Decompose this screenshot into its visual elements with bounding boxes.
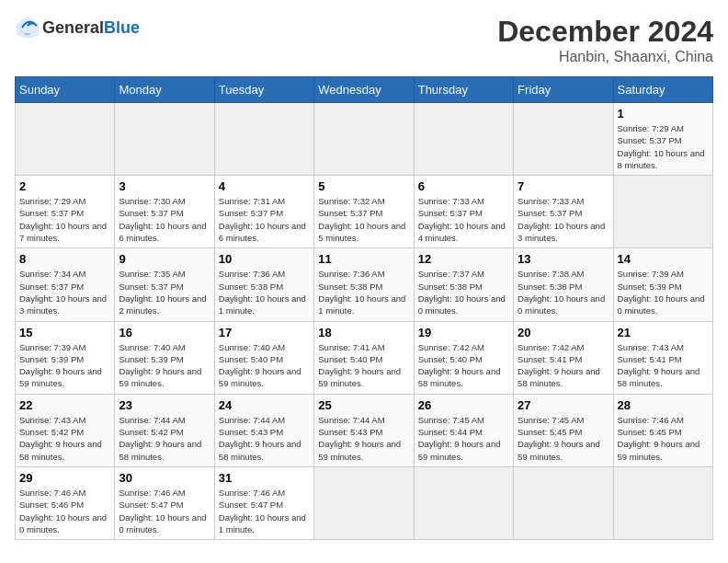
day-info: Sunrise: 7:44 AM Sunset: 5:43 PM Dayligh…: [318, 414, 409, 463]
calendar-cell: 2 Sunrise: 7:29 AM Sunset: 5:37 PM Dayli…: [16, 176, 115, 248]
day-number: 15: [19, 326, 110, 339]
header-day-friday: Friday: [514, 77, 613, 103]
day-info: Sunrise: 7:32 AM Sunset: 5:37 PM Dayligh…: [318, 195, 409, 244]
logo-icon: [15, 15, 40, 40]
logo-general: General: [42, 18, 104, 37]
day-info: Sunrise: 7:43 AM Sunset: 5:42 PM Dayligh…: [19, 414, 110, 463]
day-info: Sunrise: 7:34 AM Sunset: 5:37 PM Dayligh…: [19, 268, 110, 316]
calendar-cell: 5 Sunrise: 7:32 AM Sunset: 5:37 PM Dayli…: [314, 176, 414, 248]
logo: GeneralBlue: [15, 15, 140, 40]
day-info: Sunrise: 7:40 AM Sunset: 5:39 PM Dayligh…: [119, 341, 210, 390]
day-info: Sunrise: 7:35 AM Sunset: 5:37 PM Dayligh…: [119, 268, 210, 316]
calendar-week-1: 2 Sunrise: 7:29 AM Sunset: 5:37 PM Dayli…: [16, 176, 713, 248]
calendar-cell: 7 Sunrise: 7:33 AM Sunset: 5:37 PM Dayli…: [514, 176, 613, 248]
day-number: 14: [618, 252, 709, 266]
calendar-cell: 18 Sunrise: 7:41 AM Sunset: 5:40 PM Dayl…: [314, 321, 414, 394]
day-number: 6: [418, 179, 509, 193]
day-info: Sunrise: 7:42 AM Sunset: 5:40 PM Dayligh…: [418, 341, 509, 390]
location-title: Hanbin, Shaanxi, China: [497, 49, 713, 65]
header-day-tuesday: Tuesday: [214, 77, 313, 103]
logo-text: GeneralBlue: [42, 18, 140, 38]
logo-blue: Blue: [104, 18, 140, 37]
day-info: Sunrise: 7:46 AM Sunset: 5:47 PM Dayligh…: [119, 487, 210, 535]
day-info: Sunrise: 7:39 AM Sunset: 5:39 PM Dayligh…: [618, 268, 709, 316]
calendar-cell: 27 Sunrise: 7:45 AM Sunset: 5:45 PM Dayl…: [514, 394, 613, 466]
day-number: 1: [618, 107, 709, 121]
day-info: Sunrise: 7:39 AM Sunset: 5:39 PM Dayligh…: [19, 341, 110, 390]
day-info: Sunrise: 7:30 AM Sunset: 5:37 PM Dayligh…: [119, 195, 210, 244]
calendar-cell: 13 Sunrise: 7:38 AM Sunset: 5:38 PM Dayl…: [514, 248, 613, 321]
day-info: Sunrise: 7:29 AM Sunset: 5:37 PM Dayligh…: [19, 195, 110, 244]
day-info: Sunrise: 7:33 AM Sunset: 5:37 PM Dayligh…: [418, 195, 509, 244]
calendar-week-0: 1 Sunrise: 7:29 AM Sunset: 5:37 PM Dayli…: [16, 103, 713, 176]
day-number: 31: [219, 471, 310, 485]
day-number: 23: [119, 398, 210, 412]
calendar-cell: 26 Sunrise: 7:45 AM Sunset: 5:44 PM Dayl…: [414, 394, 513, 466]
calendar-cell: [514, 466, 613, 539]
header-day-thursday: Thursday: [414, 77, 513, 103]
day-number: 17: [219, 326, 310, 339]
calendar-cell: 8 Sunrise: 7:34 AM Sunset: 5:37 PM Dayli…: [16, 248, 115, 321]
calendar-week-4: 22 Sunrise: 7:43 AM Sunset: 5:42 PM Dayl…: [16, 394, 713, 466]
calendar-cell: [613, 466, 712, 539]
calendar-cell: 28 Sunrise: 7:46 AM Sunset: 5:45 PM Dayl…: [613, 394, 712, 466]
day-number: 9: [119, 252, 210, 266]
day-info: Sunrise: 7:41 AM Sunset: 5:40 PM Dayligh…: [318, 341, 409, 390]
header-day-wednesday: Wednesday: [314, 77, 414, 103]
calendar-cell: 14 Sunrise: 7:39 AM Sunset: 5:39 PM Dayl…: [613, 248, 712, 321]
day-number: 24: [219, 398, 310, 412]
day-info: Sunrise: 7:45 AM Sunset: 5:45 PM Dayligh…: [518, 414, 609, 463]
calendar-cell: [613, 176, 712, 248]
day-info: Sunrise: 7:46 AM Sunset: 5:45 PM Dayligh…: [618, 414, 709, 463]
calendar-cell: 29 Sunrise: 7:46 AM Sunset: 5:46 PM Dayl…: [16, 466, 115, 539]
calendar-cell: 25 Sunrise: 7:44 AM Sunset: 5:43 PM Dayl…: [314, 394, 414, 466]
day-number: 16: [119, 326, 210, 339]
day-number: 27: [518, 398, 609, 412]
day-info: Sunrise: 7:36 AM Sunset: 5:38 PM Dayligh…: [219, 268, 310, 316]
svg-marker-0: [17, 17, 39, 39]
day-number: 21: [618, 326, 709, 339]
calendar-cell: [115, 103, 214, 176]
day-info: Sunrise: 7:36 AM Sunset: 5:38 PM Dayligh…: [318, 268, 409, 316]
header-day-monday: Monday: [115, 77, 214, 103]
calendar-cell: [414, 103, 513, 176]
day-number: 12: [418, 252, 509, 266]
calendar-cell: 22 Sunrise: 7:43 AM Sunset: 5:42 PM Dayl…: [16, 394, 115, 466]
day-number: 4: [219, 179, 310, 193]
calendar-cell: 30 Sunrise: 7:46 AM Sunset: 5:47 PM Dayl…: [115, 466, 214, 539]
day-number: 8: [19, 252, 110, 266]
calendar-cell: 1 Sunrise: 7:29 AM Sunset: 5:37 PM Dayli…: [613, 103, 712, 176]
day-number: 5: [318, 179, 409, 193]
calendar-cell: [514, 103, 613, 176]
day-info: Sunrise: 7:43 AM Sunset: 5:41 PM Dayligh…: [618, 341, 709, 390]
day-number: 25: [318, 398, 409, 412]
day-number: 2: [19, 179, 110, 193]
day-number: 20: [518, 326, 609, 339]
day-number: 3: [119, 179, 210, 193]
calendar-week-2: 8 Sunrise: 7:34 AM Sunset: 5:37 PM Dayli…: [16, 248, 713, 321]
day-info: Sunrise: 7:29 AM Sunset: 5:37 PM Dayligh…: [618, 122, 709, 171]
day-info: Sunrise: 7:45 AM Sunset: 5:44 PM Dayligh…: [418, 414, 509, 463]
header-day-saturday: Saturday: [613, 77, 712, 103]
day-info: Sunrise: 7:37 AM Sunset: 5:38 PM Dayligh…: [418, 268, 509, 316]
day-number: 26: [418, 398, 509, 412]
calendar-cell: 24 Sunrise: 7:44 AM Sunset: 5:43 PM Dayl…: [214, 394, 313, 466]
calendar-cell: 19 Sunrise: 7:42 AM Sunset: 5:40 PM Dayl…: [414, 321, 513, 394]
calendar-header-row: SundayMondayTuesdayWednesdayThursdayFrid…: [16, 77, 713, 103]
calendar-cell: [314, 103, 414, 176]
calendar-cell: [16, 103, 115, 176]
title-section: December 2024 Hanbin, Shaanxi, China: [497, 15, 713, 65]
day-info: Sunrise: 7:42 AM Sunset: 5:41 PM Dayligh…: [518, 341, 609, 390]
day-number: 30: [119, 471, 210, 485]
calendar-cell: 6 Sunrise: 7:33 AM Sunset: 5:37 PM Dayli…: [414, 176, 513, 248]
day-number: 10: [219, 252, 310, 266]
calendar-cell: [314, 466, 414, 539]
calendar-cell: 3 Sunrise: 7:30 AM Sunset: 5:37 PM Dayli…: [115, 176, 214, 248]
calendar-cell: [214, 103, 313, 176]
header-day-sunday: Sunday: [16, 77, 115, 103]
month-title: December 2024: [497, 15, 713, 49]
calendar-cell: 10 Sunrise: 7:36 AM Sunset: 5:38 PM Dayl…: [214, 248, 313, 321]
day-number: 19: [418, 326, 509, 339]
calendar-cell: 16 Sunrise: 7:40 AM Sunset: 5:39 PM Dayl…: [115, 321, 214, 394]
calendar-week-3: 15 Sunrise: 7:39 AM Sunset: 5:39 PM Dayl…: [16, 321, 713, 394]
